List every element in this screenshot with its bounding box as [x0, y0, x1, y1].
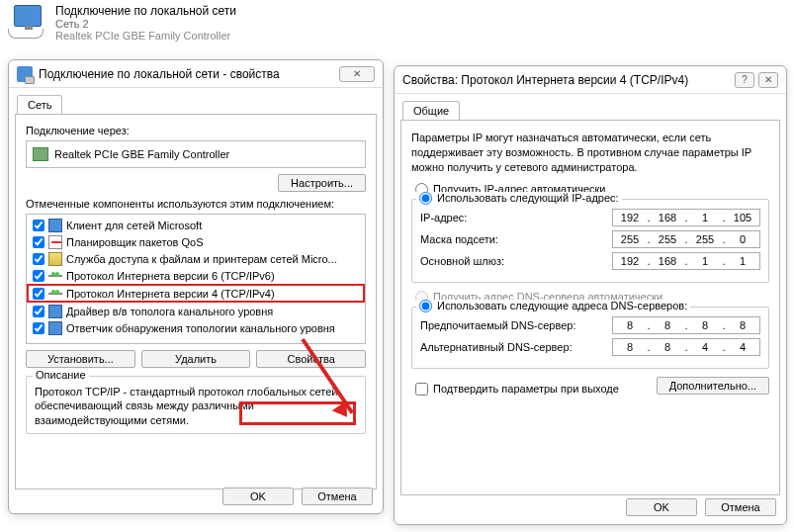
list-item-ipv4[interactable]: Протокол Интернета версии 4 (TCP/IPv4) [27, 284, 365, 303]
ip-octet[interactable]: 168 [651, 212, 684, 223]
checkbox[interactable] [33, 253, 44, 265]
ip-octet[interactable]: 4 [688, 341, 722, 353]
dns1-label: Предпочитаемый DNS-сервер: [420, 319, 612, 331]
ip-octet[interactable]: 8 [613, 341, 647, 353]
list-item[interactable]: Служба доступа к файлам и принтерам сете… [27, 250, 365, 267]
ip-octet[interactable]: 255 [613, 233, 647, 245]
ip-group: Использовать следующий IP-адрес: IP-адре… [411, 199, 769, 283]
ip-octet[interactable]: 1 [688, 212, 722, 223]
client-icon [48, 219, 62, 232]
radio-label: Использовать следующие адреса DNS-сервер… [437, 300, 687, 311]
titlebar[interactable]: Подключение по локальной сети - свойства… [9, 60, 383, 88]
tab-body: Подключение через: Realtek PCIe GBE Fami… [15, 114, 377, 489]
ip-input[interactable]: 192. 168. 1. 105 [612, 209, 760, 226]
ip-octet[interactable]: 0 [726, 233, 759, 245]
connection-icon [8, 5, 47, 41]
ok-button[interactable]: OK [222, 488, 294, 505]
confirm-checkbox-row[interactable]: Подтвердить параметры при выходе [411, 383, 619, 396]
ip-octet[interactable]: 8 [726, 319, 759, 331]
checkbox[interactable] [33, 270, 44, 282]
window-icon [17, 66, 33, 82]
ip-octet[interactable]: 168 [651, 255, 684, 267]
connection-header: Подключение по локальной сети Сеть 2 Rea… [0, 0, 794, 45]
close-icon: ✕ [764, 74, 772, 85]
ip-octet[interactable]: 255 [688, 233, 722, 245]
close-icon: ✕ [353, 68, 361, 79]
connection-properties-window: Подключение по локальной сети - свойства… [8, 59, 384, 514]
ip-octet[interactable]: 8 [651, 341, 684, 353]
item-label: Планировщик пакетов QoS [66, 236, 204, 248]
components-list[interactable]: Клиент для сетей Microsoft Планировщик п… [26, 214, 366, 344]
info-text: Параметры IP могут назначаться автоматич… [411, 131, 769, 175]
cancel-button[interactable]: Отмена [302, 488, 373, 505]
close-button[interactable]: ✕ [339, 66, 375, 82]
ip-octet[interactable]: 8 [688, 319, 722, 331]
mask-input[interactable]: 255. 255. 255. 0 [612, 230, 760, 248]
dns2-label: Альтернативный DNS-сервер: [420, 341, 612, 353]
remove-button[interactable]: Удалить [141, 350, 251, 368]
radio-input[interactable] [419, 192, 432, 205]
checkbox[interactable] [33, 220, 44, 231]
checkbox[interactable] [33, 306, 44, 317]
list-item[interactable]: Клиент для сетей Microsoft [27, 217, 365, 233]
confirm-checkbox[interactable] [415, 383, 428, 396]
adapter-text: Realtek PCIe GBE Family Controller [54, 148, 229, 160]
ip-octet[interactable]: 255 [651, 233, 684, 245]
dns-group: Использовать следующие адреса DNS-сервер… [411, 307, 769, 369]
confirm-label: Подтвердить параметры при выходе [433, 383, 619, 395]
ip-octet[interactable]: 8 [651, 319, 684, 331]
ip-octet[interactable]: 1 [688, 255, 722, 267]
close-button[interactable]: ✕ [758, 72, 778, 88]
ip-label: IP-адрес: [420, 212, 612, 223]
checkbox[interactable] [33, 322, 44, 334]
connect-via-label: Подключение через: [26, 125, 366, 136]
network-name: Сеть 2 [55, 18, 236, 30]
cancel-button[interactable]: Отмена [705, 498, 776, 516]
ip-octet[interactable]: 4 [726, 341, 759, 353]
item-label: Ответчик обнаружения топологии канальног… [66, 322, 335, 334]
dns1-input[interactable]: 8. 8. 8. 8 [612, 316, 760, 334]
tab-network[interactable]: Сеть [17, 95, 62, 115]
radio-manual-dns[interactable]: Использовать следующие адреса DNS-сервер… [416, 300, 690, 312]
ip-octet[interactable]: 192 [613, 212, 647, 223]
ip-row: IP-адрес: 192. 168. 1. 105 [420, 209, 760, 226]
titlebar[interactable]: Свойства: Протокол Интернета версии 4 (T… [395, 66, 786, 94]
checkbox[interactable] [33, 288, 44, 300]
file-share-icon [48, 252, 62, 266]
list-item[interactable]: Протокол Интернета версии 6 (TCP/IPv6) [27, 267, 365, 284]
item-label: Протокол Интернета версии 4 (TCP/IPv4) [66, 288, 275, 300]
description-group: Описание Протокол TCP/IP - стандартный п… [26, 376, 366, 434]
tab-body: Параметры IP могут назначаться автоматич… [400, 120, 780, 495]
mask-label: Маска подсети: [420, 233, 612, 245]
tab-general[interactable]: Общие [402, 101, 460, 121]
configure-button[interactable]: Настроить... [278, 174, 366, 192]
help-button[interactable]: ? [735, 72, 754, 88]
advanced-button[interactable]: Дополнительно... [657, 377, 769, 395]
help-icon: ? [742, 74, 748, 85]
ip-octet[interactable]: 1 [726, 255, 759, 267]
ipv4-properties-window: Свойства: Протокол Интернета версии 4 (T… [394, 65, 787, 525]
adapter-name: Realtek PCIe GBE Family Controller [55, 30, 236, 42]
window-title: Свойства: Протокол Интернета версии 4 (T… [402, 73, 688, 87]
list-item[interactable]: Планировщик пакетов QoS [27, 233, 365, 250]
dns2-input[interactable]: 8. 8. 4. 4 [612, 338, 760, 356]
dns1-row: Предпочитаемый DNS-сервер: 8. 8. 8. 8 [420, 316, 760, 334]
radio-input[interactable] [419, 300, 432, 312]
gateway-label: Основной шлюз: [420, 255, 612, 267]
checkbox[interactable] [33, 236, 44, 248]
ip-octet[interactable]: 105 [726, 212, 759, 223]
ok-button[interactable]: OK [626, 498, 697, 516]
protocol-icon [48, 269, 62, 283]
tabstrip: Сеть [9, 88, 383, 114]
gateway-input[interactable]: 192. 168. 1. 1 [612, 252, 760, 270]
item-label: Протокол Интернета версии 6 (TCP/IPv6) [66, 270, 275, 282]
install-button[interactable]: Установить... [26, 350, 135, 368]
list-item[interactable]: Драйвер в/в тополога канального уровня [27, 303, 365, 319]
list-item[interactable]: Ответчик обнаружения топологии канальног… [27, 319, 365, 336]
responder-icon [48, 321, 62, 335]
radio-manual-ip[interactable]: Использовать следующий IP-адрес: [416, 192, 622, 205]
item-label: Клиент для сетей Microsoft [66, 220, 202, 231]
item-label: Драйвер в/в тополога канального уровня [66, 306, 273, 317]
ip-octet[interactable]: 192 [613, 255, 647, 267]
ip-octet[interactable]: 8 [613, 319, 647, 331]
